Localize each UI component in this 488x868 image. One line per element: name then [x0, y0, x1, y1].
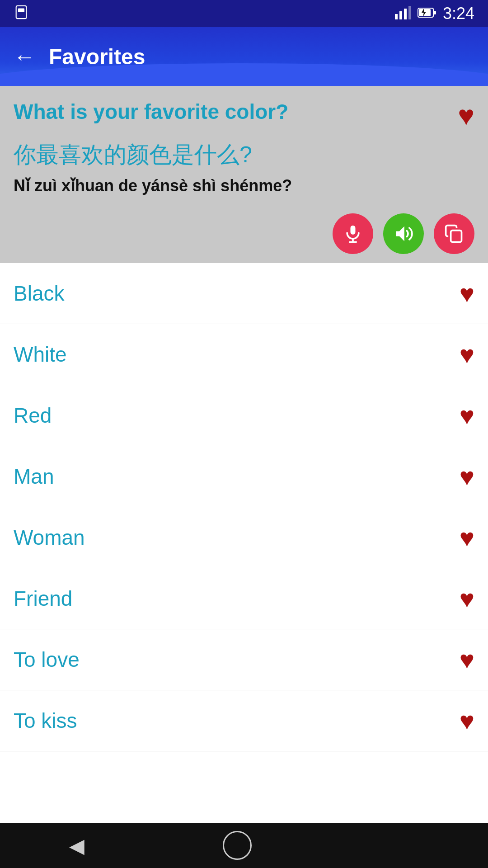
svg-rect-4	[404, 9, 407, 19]
question-phonetic: Nǐ zuì xǐhuan de yánsè shì shénme?	[14, 176, 474, 195]
list-item-label: Man	[14, 464, 54, 489]
list-item-heart-button[interactable]: ♥	[460, 584, 474, 613]
speaker-button[interactable]	[383, 213, 424, 254]
list-item[interactable]: To love ♥	[0, 629, 488, 690]
list-item[interactable]: Black ♥	[0, 263, 488, 324]
list-item-label: To love	[14, 647, 80, 672]
list-item-heart-button[interactable]: ♥	[460, 523, 474, 552]
list-item-label: Friend	[14, 586, 72, 611]
status-bar-right: 3:24	[395, 4, 474, 23]
svg-rect-9	[351, 226, 356, 235]
signal-icon	[395, 6, 411, 21]
list-item[interactable]: Friend ♥	[0, 568, 488, 629]
list-item-heart-button[interactable]: ♥	[460, 279, 474, 308]
list-item-heart-button[interactable]: ♥	[460, 340, 474, 369]
list-item-label: Woman	[14, 525, 85, 550]
list-item[interactable]: Woman ♥	[0, 507, 488, 568]
status-bar-left	[14, 5, 29, 23]
list-item[interactable]: White ♥	[0, 324, 488, 385]
page-title: Favorites	[49, 44, 145, 69]
action-buttons	[14, 209, 474, 254]
list-item[interactable]: To kiss ♥	[0, 690, 488, 751]
app-bar: ← Favorites	[0, 27, 488, 86]
nav-home-button[interactable]	[223, 831, 252, 860]
list-item-heart-button[interactable]: ♥	[460, 706, 474, 736]
list-item-heart-button[interactable]: ♥	[460, 401, 474, 430]
list-item-label: Black	[14, 281, 64, 306]
list-item-label: Red	[14, 403, 52, 428]
question-english: What is your favorite color? ♥	[14, 99, 474, 132]
svg-rect-13	[451, 231, 462, 242]
svg-rect-2	[395, 14, 398, 19]
question-chinese: 你最喜欢的颜色是什么?	[14, 140, 474, 170]
list-item-label: White	[14, 342, 67, 367]
list-item[interactable]: Red ♥	[0, 385, 488, 446]
status-bar: 3:24	[0, 0, 488, 27]
list-item-heart-button[interactable]: ♥	[460, 462, 474, 491]
favorites-list: Black ♥ White ♥ Red ♥ Man ♥ Woman ♥ Frie…	[0, 263, 488, 823]
svg-rect-3	[399, 11, 402, 19]
sim-icon	[14, 5, 29, 23]
list-item-heart-button[interactable]: ♥	[460, 645, 474, 675]
card-heart-button[interactable]: ♥	[458, 99, 474, 132]
question-card: What is your favorite color? ♥ 你最喜欢的颜色是什…	[0, 86, 488, 263]
svg-marker-12	[396, 226, 404, 241]
battery-icon	[418, 6, 436, 21]
copy-button[interactable]	[434, 213, 474, 254]
list-item[interactable]: Man ♥	[0, 446, 488, 507]
back-button[interactable]: ←	[14, 44, 35, 69]
svg-rect-8	[433, 11, 436, 14]
mic-button[interactable]	[333, 213, 373, 254]
svg-rect-5	[408, 6, 411, 19]
svg-rect-1	[18, 8, 24, 12]
bottom-navigation: ◀	[0, 823, 488, 868]
status-time: 3:24	[443, 4, 474, 23]
list-item-label: To kiss	[14, 708, 77, 733]
nav-back-button[interactable]: ◀	[69, 834, 84, 857]
